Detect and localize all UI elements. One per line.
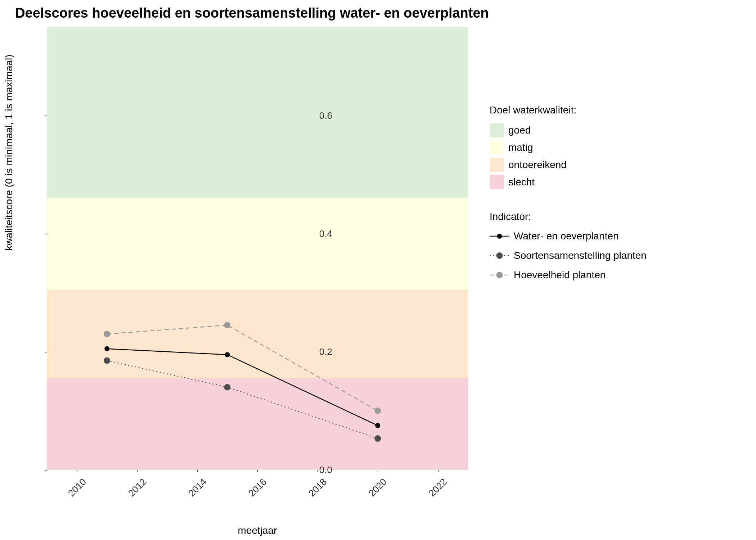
data-point — [374, 435, 381, 442]
data-point — [374, 408, 381, 414]
x-axis-label: meetjaar — [47, 525, 468, 536]
x-tick-label: 2022 — [424, 476, 449, 502]
legend-indicators-section: Indicator: Water- en oeverplantenSoorten… — [490, 211, 724, 282]
chart-title: Deelscores hoeveelheid en soortensamenst… — [0, 5, 504, 21]
legend-band-label: slecht — [508, 176, 535, 188]
legend-line-swatch — [490, 269, 509, 282]
legend-band-label: matig — [508, 142, 533, 153]
x-tick-mark — [318, 470, 318, 472]
legend-indicator-item: Water- en oeverplanten — [490, 230, 724, 243]
y-tick-label: 0.2 — [311, 346, 332, 357]
x-tick-mark — [378, 470, 378, 472]
x-tick-mark — [438, 470, 438, 472]
x-tick-mark — [77, 470, 78, 472]
x-tick-mark — [137, 470, 138, 472]
legend-band-label: ontoereikend — [508, 159, 567, 171]
legend-band-item: slecht — [490, 175, 724, 189]
y-tick-mark — [45, 352, 47, 352]
data-point — [375, 423, 380, 428]
x-tick-mark — [197, 470, 198, 472]
legend-swatch — [490, 123, 504, 138]
legend-band-item: ontoereikend — [490, 158, 724, 172]
y-tick-label: 0.0 — [311, 464, 332, 476]
legend-line-swatch — [490, 230, 509, 243]
y-tick-label: 0.6 — [311, 110, 332, 121]
x-tick-label: 2014 — [183, 476, 208, 502]
legend-indicator-item: Hoeveelheid planten — [490, 269, 724, 282]
data-point — [104, 357, 110, 364]
data-point — [104, 331, 110, 337]
chart-container: Deelscores hoeveelheid en soortensamenst… — [0, 0, 756, 540]
y-tick-mark — [45, 470, 47, 471]
x-tick-label: 2016 — [243, 476, 269, 502]
x-tick-label: 2010 — [63, 476, 88, 502]
legend-indicator-title: Indicator: — [490, 211, 724, 222]
y-tick-mark — [45, 234, 47, 234]
svg-point-1 — [497, 234, 502, 239]
chart-lines-svg — [47, 27, 468, 470]
legend: Doel waterkwaliteit: goedmatigontoereike… — [490, 104, 724, 303]
y-tick-mark — [45, 116, 47, 116]
data-point — [225, 352, 230, 357]
y-axis-label: kwaliteitscore (0 is minimaal, 1 is maxi… — [3, 54, 15, 251]
svg-point-5 — [496, 272, 503, 278]
series-line-1 — [107, 361, 378, 438]
legend-band-item: matig — [490, 140, 724, 155]
x-tick-label: 2012 — [123, 476, 148, 502]
legend-band-label: goed — [508, 125, 531, 136]
legend-band-title: Doel waterkwaliteit: — [490, 104, 724, 116]
x-tick-label: 2020 — [364, 476, 389, 502]
legend-band-item: goed — [490, 123, 724, 138]
legend-indicator-label: Hoeveelheid planten — [514, 269, 606, 281]
legend-swatch — [490, 175, 504, 189]
data-point — [224, 384, 230, 390]
legend-indicator-label: Soortensamenstelling planten — [514, 250, 647, 261]
legend-indicators-list: Water- en oeverplantenSoortensamenstelli… — [490, 230, 724, 282]
x-tick-mark — [257, 470, 258, 472]
series-line-2 — [107, 325, 378, 411]
legend-line-swatch — [490, 249, 509, 262]
legend-indicator-label: Water- en oeverplanten — [514, 230, 619, 242]
legend-swatch — [490, 158, 504, 172]
data-point — [224, 322, 230, 328]
legend-bands-section: Doel waterkwaliteit: goedmatigontoereike… — [490, 104, 724, 189]
x-tick-label: 2018 — [303, 476, 329, 502]
svg-point-3 — [496, 252, 503, 259]
legend-swatch — [490, 140, 504, 155]
legend-indicator-item: Soortensamenstelling planten — [490, 249, 724, 262]
data-point — [104, 346, 109, 351]
legend-bands-list: goedmatigontoereikendslecht — [490, 123, 724, 189]
y-tick-label: 0.4 — [311, 228, 332, 239]
